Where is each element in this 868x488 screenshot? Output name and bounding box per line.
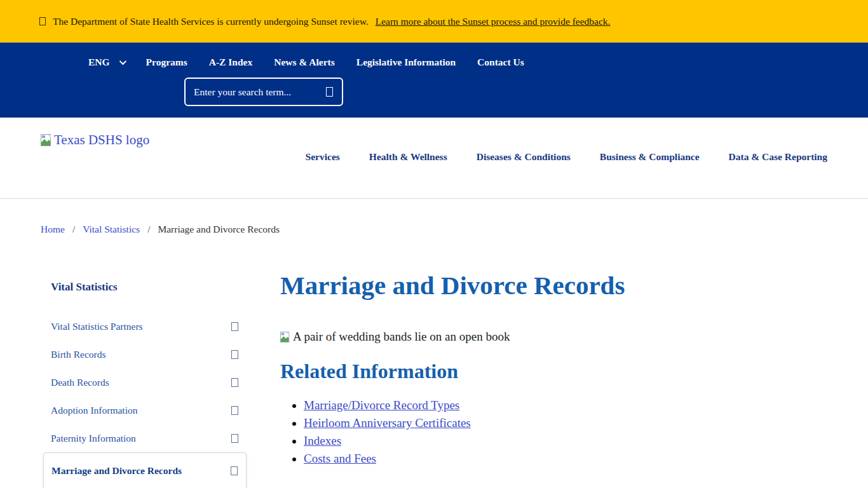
- page-title: Marriage and Divorce Records: [280, 272, 700, 299]
- chevron-icon: [231, 434, 238, 443]
- nav-item-programs[interactable]: Programs: [146, 57, 187, 68]
- sidebar-title: Vital Statistics: [43, 281, 247, 294]
- broken-image-icon: [41, 134, 52, 147]
- chevron-icon: [231, 350, 238, 359]
- nav-item-services[interactable]: Services: [306, 151, 340, 163]
- sidebar-item-adoption-information[interactable]: Adoption Information: [43, 396, 247, 424]
- sidebar-item-paternity-information[interactable]: Paternity Information: [43, 424, 247, 452]
- nav-item-az-index[interactable]: A-Z Index: [209, 57, 252, 68]
- sunset-feedback-link[interactable]: Learn more about the Sunset process and …: [376, 16, 611, 27]
- chevron-down-icon: [119, 58, 126, 65]
- sidebar-item-vital-statistics-partners[interactable]: Vital Statistics Partners: [43, 313, 247, 341]
- nav-item-health-wellness[interactable]: Health & Wellness: [369, 151, 447, 163]
- sidebar-item-birth-records[interactable]: Birth Records: [43, 341, 247, 369]
- chevron-icon: [231, 466, 238, 475]
- sidebar-item-label: Paternity Information: [51, 433, 136, 444]
- nav-item-legislative-information[interactable]: Legislative Information: [356, 57, 456, 68]
- breadcrumb-current: Marriage and Divorce Records: [158, 224, 280, 235]
- breadcrumb-home[interactable]: Home: [41, 224, 65, 235]
- sidebar-item-marriage-divorce-records-active[interactable]: Marriage and Divorce Records: [43, 452, 247, 488]
- alert-text: The Department of State Health Services …: [53, 16, 369, 27]
- sidebar-item-label: Vital Statistics Partners: [51, 321, 143, 332]
- wedding-bands-image-placeholder: A pair of wedding bands lie on an open b…: [280, 330, 700, 344]
- dshs-logo[interactable]: Texas DSHS logo: [41, 132, 149, 148]
- related-information-heading: Related Information: [280, 360, 700, 383]
- breadcrumb-separator: /: [72, 224, 75, 235]
- sunset-alert-banner: The Department of State Health Services …: [0, 0, 868, 43]
- related-links-list: Marriage/Divorce Record Types Heirloom A…: [280, 396, 700, 468]
- list-item: Indexes: [304, 432, 700, 450]
- search-icon[interactable]: [326, 87, 333, 97]
- chevron-icon: [231, 322, 238, 331]
- primary-navigation: Services Health & Wellness Diseases & Co…: [306, 151, 827, 163]
- breadcrumb: Home / Vital Statistics / Marriage and D…: [0, 199, 868, 235]
- sidebar-item-death-records[interactable]: Death Records: [43, 369, 247, 396]
- chevron-icon: [231, 378, 238, 387]
- sidebar-item-label: Adoption Information: [51, 405, 137, 416]
- link-costs-and-fees[interactable]: Costs and Fees: [304, 452, 376, 465]
- language-selector[interactable]: ENG: [88, 57, 125, 68]
- language-label: ENG: [88, 57, 110, 68]
- alert-icon: [39, 17, 46, 25]
- breadcrumb-separator: /: [147, 224, 150, 235]
- link-marriage-divorce-record-types[interactable]: Marriage/Divorce Record Types: [304, 398, 459, 412]
- link-heirloom-anniversary-certificates[interactable]: Heirloom Anniversary Certificates: [304, 416, 471, 430]
- vital-statistics-sidebar: Vital Statistics Vital Statistics Partne…: [43, 268, 247, 488]
- nav-item-news-alerts[interactable]: News & Alerts: [274, 57, 335, 68]
- sidebar-item-label: Death Records: [51, 377, 109, 388]
- sidebar-item-label: Marriage and Divorce Records: [51, 465, 182, 477]
- breadcrumb-vital-statistics[interactable]: Vital Statistics: [83, 224, 140, 235]
- broken-image-icon: [280, 332, 290, 343]
- nav-item-business-compliance[interactable]: Business & Compliance: [600, 151, 700, 163]
- list-item: Heirloom Anniversary Certificates: [304, 414, 700, 432]
- search-input[interactable]: [184, 78, 343, 106]
- list-item: Costs and Fees: [304, 450, 700, 468]
- nav-item-data-case-reporting[interactable]: Data & Case Reporting: [729, 151, 827, 163]
- sidebar-item-label: Birth Records: [51, 349, 106, 360]
- nav-item-diseases-conditions[interactable]: Diseases & Conditions: [477, 151, 571, 163]
- image-alt-text: A pair of wedding bands lie on an open b…: [293, 330, 510, 344]
- link-indexes[interactable]: Indexes: [304, 434, 341, 447]
- site-header: Texas DSHS logo Services Health & Wellne…: [0, 118, 868, 199]
- site-search: [184, 78, 343, 106]
- main-content: Marriage and Divorce Records A pair of w…: [280, 268, 700, 468]
- logo-alt-text: Texas DSHS logo: [54, 132, 149, 148]
- nav-item-contact-us[interactable]: Contact Us: [477, 57, 524, 68]
- list-item: Marriage/Divorce Record Types: [304, 396, 700, 414]
- chevron-icon: [231, 406, 238, 415]
- utility-navbar: ENG Programs A-Z Index News & Alerts Leg…: [0, 43, 868, 118]
